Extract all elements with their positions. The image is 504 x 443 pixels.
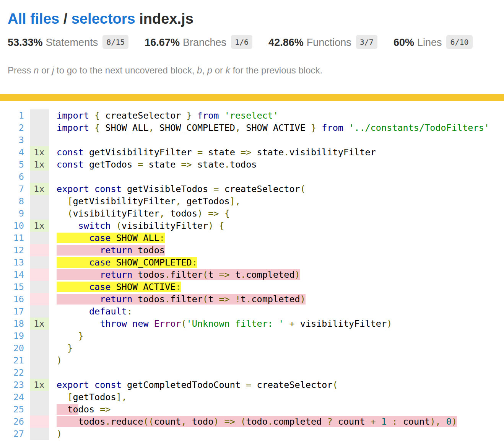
code-line: todos.reduce((count, todo) => (todo.comp… [57,415,504,428]
code-segment: const [57,147,84,158]
code-segment: , [176,196,181,207]
line-number: 3 [0,134,24,146]
code-segment: ( [67,208,73,219]
stat-functions: 42.86%Functions3/7 [268,35,377,49]
code-segment [89,379,94,390]
uncovered-code-segment: => [219,269,229,280]
code-segment: } [78,331,84,341]
uncovered-code-segment [57,245,100,256]
execution-count-cell [30,195,49,207]
code-segment: SHOW_COMPLETED [154,122,235,133]
line-number: 6 [0,171,24,183]
code-segment: } [187,110,192,121]
code-line: (visibilityFilter, todos) => { [57,207,504,220]
uncovered-code-segment: (( [143,416,154,427]
line-number: 16 [0,293,24,305]
code-segment: => [100,404,111,415]
line-number: 1 [0,109,24,122]
code-segment: visibilityFilter [122,220,208,231]
uncovered-code-segment: reduce [111,416,143,427]
code-segment [343,122,349,133]
code-line: default: [57,305,504,318]
uncovered-code-segment: filter [170,269,203,280]
code-segment: SHOW_ALL [100,122,148,133]
uncovered-code-segment [376,416,381,427]
execution-count-cell: 1x [30,158,49,171]
execution-count-cell: 1x [30,146,49,158]
code-segment: createSelector [100,110,186,121]
code-segment: ( [300,184,306,194]
code-segment: { [94,122,100,133]
execution-count-cell [30,330,49,342]
code-segment: = [197,147,203,158]
functions-fraction: 3/7 [356,35,377,49]
code-segment: Error [154,318,181,329]
code-segment: state [203,147,241,158]
uncovered-code-segment: . [268,416,273,427]
code-segment: getTodos [181,196,229,207]
line-number: 21 [0,354,24,366]
line-number: 24 [0,391,24,403]
breadcrumb-folder-link[interactable]: selectors [72,11,135,27]
code-segment [149,318,154,329]
line-number: 7 [0,183,24,195]
code-segment: ) [208,220,213,231]
stat-statements: 53.33%Statements8/15 [8,35,128,49]
code-segment: } [67,343,73,353]
uncovered-code-segment [57,233,89,243]
code-line: export const getVisibleTodos = createSel… [57,183,504,195]
code-segment: : [127,306,132,317]
keyboard-shortcuts-hint: Press n or j to go to the next uncovered… [0,65,504,76]
code-segment: switch [78,220,111,231]
code-segment: = [246,379,251,390]
lines-label: Lines [417,37,442,48]
uncovered-code-segment: count [154,416,181,427]
execution-count-cell: 1x [30,220,49,232]
branches-fraction: 1/6 [231,35,252,49]
execution-count-cell [30,122,49,134]
code-column: import { createSelector } from 'reselect… [57,109,504,440]
uncovered-code-segment: case [89,257,111,268]
code-segment [57,343,67,353]
uncovered-code-segment: ? [327,416,333,427]
uncovered-code-segment: todos [132,245,165,256]
code-segment: ( [181,318,186,329]
code-segment: } [311,122,316,133]
code-line [57,366,504,379]
code-segment: getVisibilityFilter [73,196,176,207]
uncovered-code-segment [219,416,224,427]
hint-text: to go to the next uncovered block, [54,65,197,75]
hint-text: for the previous block. [230,65,322,75]
line-number: 12 [0,244,24,256]
code-line: const getTodos = state => state.todos [57,158,504,171]
code-segment [213,220,219,231]
code-segment: , [235,122,241,133]
uncovered-code-segment: : [159,233,165,243]
uncovered-code-segment: ), [430,416,441,427]
uncovered-code-segment: completed [246,269,294,280]
code-segment: ], [116,392,127,402]
code-segment: throw [100,318,127,329]
code-segment: dos [78,404,100,415]
uncovered-code-segment: todo [187,416,214,427]
uncovered-code-segment: count [333,416,371,427]
line-number: 14 [0,269,24,281]
uncovered-code-segment: SHOW_ALL [111,233,159,243]
code-line: throw new Error('Unknown filter: ' + vis… [57,318,504,330]
code-segment: { [94,110,100,121]
code-line: return todos.filter(t => !t.completed) [57,293,504,305]
uncovered-code-segment: todos [57,416,105,427]
uncovered-code-segment: ( [203,294,208,305]
execution-count-cell [30,293,49,305]
code-segment: => [241,147,251,158]
breadcrumb-all-files-link[interactable]: All files [8,11,59,27]
code-segment [219,208,224,219]
line-number: 17 [0,305,24,318]
uncovered-code-segment: . [165,269,170,280]
line-number: 23 [0,379,24,391]
uncovered-code-segment: => [224,416,235,427]
uncovered-code-segment: , [181,416,186,427]
execution-count-cell [30,171,49,183]
code-segment [57,318,100,329]
execution-count-cell [30,269,49,281]
